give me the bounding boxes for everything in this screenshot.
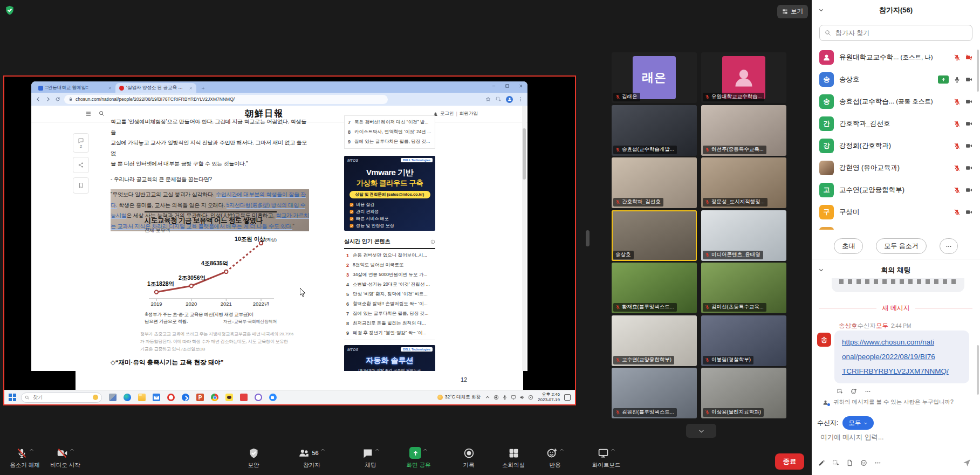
video-tile[interactable]: 이상용(물리치료학과) [701, 368, 786, 418]
taskbar-app-purple-ring[interactable] [255, 394, 262, 401]
record-control[interactable]: 기록 [444, 446, 493, 469]
taskbar-app-blue-arrow[interactable] [182, 394, 189, 401]
mic-muted-icon[interactable] [954, 54, 961, 61]
system-tray[interactable] [485, 395, 533, 400]
ranked-item[interactable]: 7묵은 검버섯! 레이저 대신 “이것” 발... [348, 118, 431, 127]
chevron-up-icon[interactable] [320, 448, 325, 452]
participant-row[interactable]: 구 구상미 [812, 201, 980, 223]
chat-link-line[interactable]: onal/people/2022/08/19/BI76 [842, 349, 962, 364]
info-icon[interactable] [430, 239, 435, 244]
taskbar-search-input[interactable] [32, 394, 91, 401]
chat-scrollbar[interactable] [977, 345, 979, 395]
screen-share-control[interactable]: 화면 공유 [394, 446, 443, 469]
video-tile[interactable]: 허선주(중등특수교육... [701, 105, 786, 156]
ranked-item[interactable]: 9집에 있는 글루타치온 필름, 당장 갖... [348, 137, 431, 147]
chat-control[interactable]: 채팅 [346, 446, 395, 469]
participant-search-input[interactable] [834, 29, 967, 37]
vmware-ad[interactable]: MTOS DELL Technologies Vmware 기반 가상화 클라우… [344, 156, 435, 231]
video-tile[interactable]: 송상호 [612, 210, 697, 261]
notification-center-icon[interactable] [564, 394, 571, 401]
chat-input-field[interactable] [819, 433, 972, 442]
mute-all-button[interactable]: 모두 음소거 [876, 238, 926, 254]
taskbar-app-powerpoint[interactable] [196, 394, 204, 401]
participants-control[interactable]: 56 참가자 [287, 446, 336, 469]
participant-search[interactable] [819, 25, 972, 41]
chat-link-line[interactable]: https://www.chosun.com/nati [842, 335, 962, 349]
browser-profile-avatar[interactable] [506, 96, 513, 103]
whiteboard-control[interactable]: 화이트보드 [582, 446, 631, 469]
popular-item[interactable]: 28천억도 넘어선 미국로또 [346, 260, 433, 270]
bookmark-button[interactable] [73, 177, 89, 194]
video-tile[interactable]: 송효섭(교수학습개발... [612, 105, 697, 156]
browser-tab-webmail[interactable]: ::안동대학교 웹메일:: [35, 83, 115, 93]
camera-icon[interactable] [965, 187, 972, 194]
taskbar-app-opera[interactable] [167, 394, 175, 401]
format-icon[interactable] [818, 459, 825, 466]
chat-link-line[interactable]: TCRIFRBYRBYLV2JXM7NNMQ/ [842, 364, 962, 378]
participant-row[interactable] [812, 223, 980, 230]
mic-icon[interactable] [954, 76, 961, 83]
participant-row[interactable]: 강현영 (유아교육과) [812, 157, 980, 179]
video-tile[interactable]: 김원진(블루밍넥스트... [612, 368, 697, 418]
forward-icon[interactable] [45, 97, 51, 102]
mic-muted-icon[interactable] [954, 164, 961, 171]
browser-menu-icon[interactable] [518, 97, 523, 102]
site-search-icon[interactable] [99, 111, 105, 116]
meeting-security-shield-icon[interactable] [4, 5, 15, 16]
end-meeting-button[interactable]: 종료 [775, 453, 804, 470]
taskbar-clock[interactable]: 오후 2:46 2023-07-19 [538, 392, 560, 403]
invite-button[interactable]: 초대 [834, 238, 863, 254]
popular-item[interactable]: 4소변발·성기능 20대로 ‘이것’ 전립선 ... [346, 280, 433, 290]
ranked-item[interactable]: 8카이스트박사, 면역력엔 ‘이것’ 24년 ... [348, 127, 431, 137]
start-button[interactable] [9, 394, 16, 401]
screenshot-icon[interactable] [832, 459, 839, 466]
chevron-up-icon[interactable] [559, 448, 564, 452]
taskbar-app-file-explorer[interactable] [138, 394, 146, 401]
camera-icon[interactable] [965, 76, 972, 83]
participants-more-button[interactable] [940, 238, 958, 254]
signup-link[interactable]: 회원가입 [460, 111, 478, 117]
video-tile[interactable]: 미디어콘텐츠_윤태영 [701, 210, 786, 261]
video-tile[interactable]: 래은 김래은 [612, 52, 697, 103]
mic-muted-icon[interactable] [954, 120, 961, 127]
chat-privacy-note[interactable]: 귀하의 메시지를 볼 수 있는 사람은 누구입니까? [823, 398, 954, 406]
close-tab-icon[interactable] [108, 86, 112, 90]
chevron-up-icon[interactable] [375, 448, 380, 452]
recipient-selector[interactable]: 모두 [842, 416, 874, 430]
participant-row[interactable]: 송 송상호 [812, 68, 980, 91]
camera-off-icon[interactable] [965, 54, 972, 61]
comment-button[interactable]: 2 [73, 133, 89, 153]
taskbar-app-red[interactable] [240, 394, 248, 401]
camera-icon[interactable] [965, 120, 972, 127]
chat-message-bubble[interactable]: https://www.chosun.com/nati onal/people/… [834, 331, 969, 383]
hamburger-menu-icon[interactable] [85, 111, 92, 117]
emoji-icon[interactable] [860, 459, 867, 466]
video-tile[interactable]: 이봉림(경찰학부) [701, 315, 786, 366]
popular-item[interactable]: 5만성 ‘비염’ 환자, 점막에 ‘이것’ 바르... [346, 290, 433, 299]
taskbar-app-zoom[interactable] [269, 394, 277, 401]
taskbar-app-task-view[interactable] [109, 394, 116, 401]
new-tab-button[interactable] [196, 83, 210, 93]
reload-icon[interactable] [55, 97, 60, 102]
mic-muted-icon[interactable] [954, 187, 961, 194]
address-bar[interactable]: chosun.com/national/people/2022/08/19/BI… [64, 95, 388, 104]
devops-ad[interactable]: MTOS DELL Technologies 자동화 솔루션 DEV-OPS 개… [344, 345, 435, 371]
login-link[interactable]: 로그인 [440, 111, 454, 117]
panel-drag-handle[interactable] [586, 230, 590, 246]
taskbar-weather[interactable]: 32°C 대체로 화창 [437, 394, 481, 401]
participant-row[interactable]: 유원대학교교수학... (호스트, 나) [812, 46, 980, 68]
video-tile[interactable]: 간호학과_김선호 [612, 157, 697, 208]
mic-muted-icon[interactable] [954, 98, 961, 105]
gallery-collapse-button[interactable] [686, 424, 716, 438]
camera-icon[interactable] [965, 98, 972, 105]
participants-scrollbar[interactable] [977, 50, 979, 92]
extensions-icon[interactable] [496, 97, 501, 102]
reactions-control[interactable]: 반응 [531, 446, 579, 469]
chevron-up-icon[interactable] [423, 448, 428, 452]
chevron-up-icon[interactable] [611, 448, 615, 452]
chevron-up-icon[interactable] [29, 448, 34, 452]
window-minimize-icon[interactable] [491, 84, 496, 88]
taskbar-app-kakaotalk[interactable] [225, 394, 233, 401]
mic-muted-icon[interactable] [954, 209, 961, 216]
close-tab-icon[interactable] [189, 86, 193, 90]
